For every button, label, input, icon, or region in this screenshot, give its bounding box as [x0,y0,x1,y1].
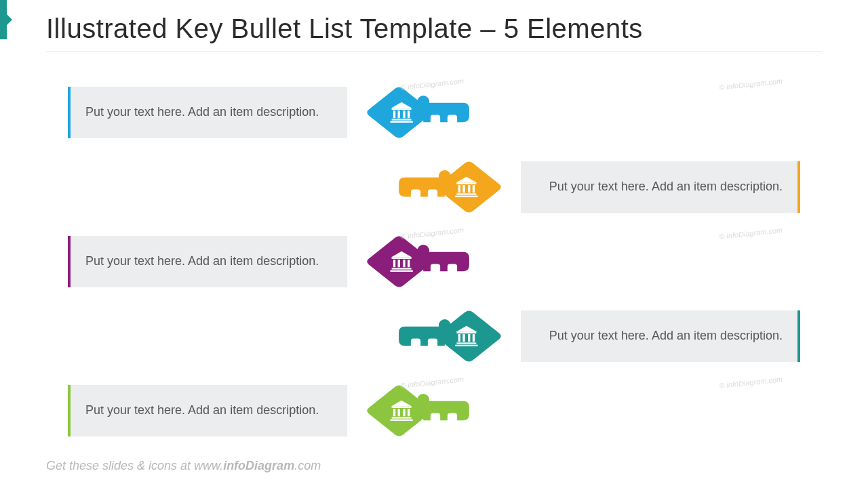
footer-suffix: .com [294,459,321,472]
bank-icon [324,383,480,439]
list-item: Put your text here. Add an item descript… [68,380,800,442]
item-text: Put your text here. Add an item descript… [85,403,319,418]
bank-icon [324,85,480,140]
item-text: Put your text here. Add an item descript… [85,253,319,269]
list-item: Put your text here. Add an item descript… [68,156,800,218]
key-icon [324,234,480,289]
key-icon [324,383,480,439]
title-divider [46,52,822,52]
item-text-bar: Put your text here. Add an item descript… [68,87,347,138]
bank-icon [388,159,544,215]
item-text-bar: Put your text here. Add an item descript… [68,385,347,436]
footer-credit: Get these slides & icons at www.infoDiag… [46,459,321,473]
item-text-bar: Put your text here. Add an item descript… [521,310,800,362]
list-item: Put your text here. Add an item descript… [68,81,800,144]
item-text-bar: Put your text here. Add an item descript… [68,236,347,287]
key-icon [388,308,544,364]
item-text-bar: Put your text here. Add an item descript… [521,161,800,213]
item-text: Put your text here. Add an item descript… [85,104,319,120]
bank-icon [324,234,480,289]
footer-bold: infoDiagram [223,459,294,472]
item-text: Put your text here. Add an item descript… [549,328,783,344]
page-title: Illustrated Key Bullet List Template – 5… [46,14,643,44]
item-text: Put your text here. Add an item descript… [549,179,783,195]
key-list: Put your text here. Add an item descript… [68,81,800,454]
left-edge-accent [0,0,7,39]
footer-prefix: Get these slides & icons at www. [46,459,223,472]
bank-icon [388,308,544,364]
key-icon [388,159,544,215]
list-item: Put your text here. Add an item descript… [68,305,800,367]
key-icon [324,85,480,140]
list-item: Put your text here. Add an item descript… [68,230,800,293]
